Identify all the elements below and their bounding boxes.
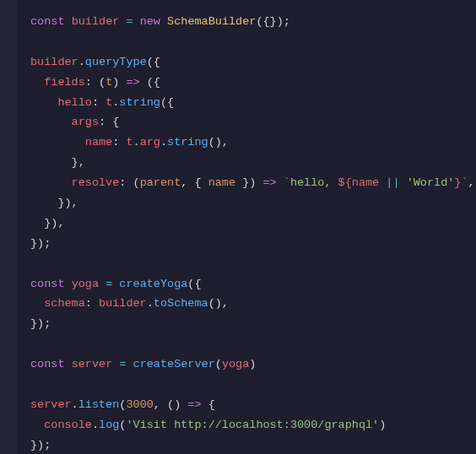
- code-line: const builder = new SchemaBuilder({});: [30, 15, 290, 28]
- code-block: const builder = new SchemaBuilder({}); b…: [0, 0, 476, 454]
- code-line: args: {: [30, 116, 119, 128]
- code-line: const server = createServer(yoga): [30, 358, 256, 370]
- code-line: },: [30, 156, 85, 169]
- code-line: }),: [30, 217, 65, 230]
- code-line: fields: (t) => ({: [30, 76, 160, 89]
- code-line: });: [30, 317, 51, 330]
- code-line: });: [30, 237, 51, 250]
- code-line: name: t.arg.string(),: [30, 136, 229, 149]
- code-line: builder.queryType({: [30, 56, 160, 68]
- code-line: schema: builder.toSchema(),: [30, 297, 229, 310]
- line-gutter: [0, 0, 17, 454]
- code-line: resolve: (parent, { name }) => `hello, $…: [30, 176, 475, 189]
- code-line: const yoga = createYoga({: [30, 278, 202, 290]
- code-line: server.listen(3000, () => {: [30, 398, 215, 411]
- code-line: console.log('Visit http://localhost:3000…: [30, 419, 386, 431]
- code-line: }),: [30, 197, 78, 209]
- code-line: });: [30, 439, 51, 451]
- code-line: hello: t.string({: [30, 96, 174, 109]
